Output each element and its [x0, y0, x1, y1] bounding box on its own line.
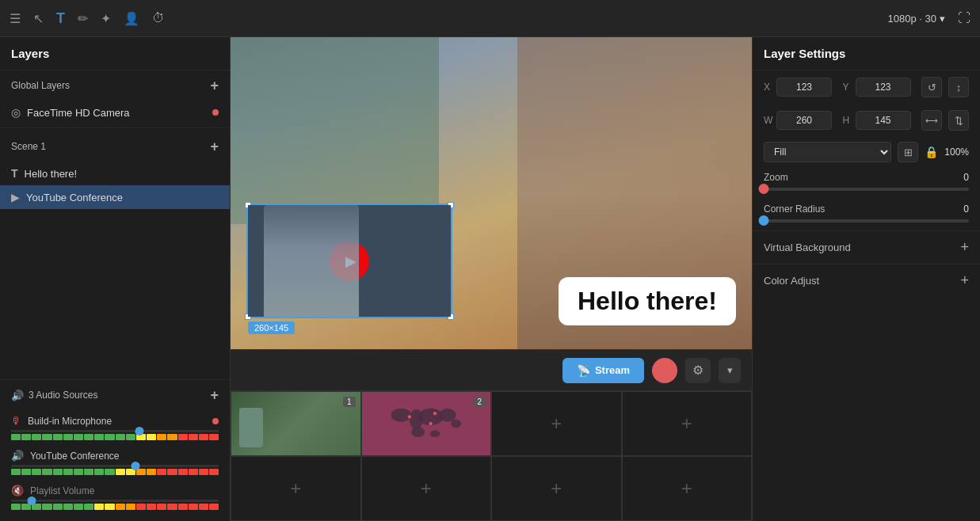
stream-button[interactable]: 📡 Stream: [562, 358, 644, 383]
meter-bar: [84, 469, 93, 475]
youtube-audio-slider[interactable]: [11, 465, 219, 467]
meter-bar: [11, 504, 21, 510]
color-adjust-row[interactable]: Color Adjust +: [753, 264, 980, 297]
wh-row: W H ⟷ ⇅: [753, 104, 980, 137]
meter-bar: [32, 434, 41, 440]
add-scene-icon-6: +: [421, 477, 432, 500]
zoom-slider-track[interactable]: [764, 188, 969, 191]
svg-point-6: [411, 427, 425, 437]
scene-cell-2[interactable]: 2: [361, 391, 492, 456]
scene-map: [368, 398, 485, 449]
buildin-mic-thumb[interactable]: [135, 427, 144, 435]
w-label: W: [764, 115, 773, 126]
swap-position-button[interactable]: ↕: [948, 77, 969, 97]
meter-bar: [105, 504, 114, 510]
scene-cell-3[interactable]: +: [491, 391, 622, 456]
virtual-background-row[interactable]: Virtual Background +: [753, 230, 980, 264]
expand-button[interactable]: ▾: [719, 358, 741, 383]
mic-active-dot: [212, 418, 219, 424]
add-audio-source-button[interactable]: +: [210, 388, 219, 402]
toolbar: ☰ ↖ T ✏ ✦ 👤 ⏱ 1080p · 30 ▾ ⛶: [0, 0, 980, 37]
meter-bar: [53, 469, 63, 475]
meter-bar: [116, 469, 125, 475]
text-tool-icon[interactable]: T: [56, 10, 65, 27]
scene-cell-6[interactable]: +: [361, 456, 492, 521]
meter-bar: [199, 434, 208, 440]
person-icon[interactable]: 👤: [124, 11, 139, 26]
add-scene-layer-button[interactable]: +: [210, 139, 219, 154]
corner-radius-slider-track[interactable]: [764, 219, 969, 222]
youtube-conference-layer-item[interactable]: ▶ YouTube Conference: [0, 185, 230, 209]
reset-position-button[interactable]: ↺: [921, 77, 942, 97]
meter-bar: [167, 469, 177, 475]
zoom-label-row: Zoom 0: [764, 172, 969, 183]
settings-button[interactable]: ⚙: [685, 358, 711, 383]
record-button[interactable]: [652, 358, 677, 383]
right-panel: Layer Settings X Y ↺ ↕ W H ⟷: [752, 37, 980, 521]
meter-bar: [167, 434, 177, 440]
playlist-volume-slider[interactable]: [11, 500, 219, 502]
hello-there-layer-item[interactable]: T Hello there!: [0, 162, 230, 185]
bottom-bar: 📡 Stream ⚙ ▾: [231, 349, 752, 390]
buildin-mic-slider[interactable]: [11, 430, 219, 432]
corner-radius-value: 0: [963, 203, 969, 215]
youtube-audio-item: 🔊 YouTube Conference: [0, 445, 230, 480]
audio-sources-label: 3 Audio Sources: [29, 390, 97, 401]
add-scene-icon-3: +: [551, 413, 562, 435]
w-input[interactable]: [776, 111, 832, 130]
h-input[interactable]: [856, 111, 911, 130]
buildin-mic-name: Build-in Microphone: [28, 416, 206, 427]
color-adjust-label: Color Adjust: [764, 275, 819, 287]
zoom-label: Zoom: [764, 172, 788, 183]
meter-bar: [147, 469, 156, 475]
hello-text-overlay: Hello there!: [559, 277, 736, 325]
menu-icon[interactable]: ☰: [10, 11, 21, 26]
playlist-meter: [11, 504, 219, 510]
corner-radius-slider-thumb[interactable]: [759, 215, 769, 226]
scene-cell-8[interactable]: +: [622, 456, 753, 521]
y-input[interactable]: [856, 78, 911, 97]
meter-bar: [11, 434, 21, 440]
x-input[interactable]: [776, 78, 832, 97]
meter-bar: [63, 504, 73, 510]
fill-options-icon[interactable]: ⊞: [898, 142, 918, 162]
resolution-selector[interactable]: 1080p · 30 ▾: [888, 13, 945, 25]
color-adjust-add-icon[interactable]: +: [960, 272, 969, 289]
facetime-layer-item[interactable]: ◎ FaceTime HD Camera: [0, 101, 230, 124]
scene-cell-5[interactable]: +: [231, 456, 361, 521]
cursor-icon[interactable]: ↖: [33, 11, 44, 26]
timer-icon[interactable]: ⏱: [152, 11, 165, 25]
global-layers-label: Global Layers: [11, 80, 70, 91]
y-label: Y: [843, 82, 852, 93]
meter-bar: [84, 504, 93, 510]
pen-icon[interactable]: ✏: [78, 11, 88, 26]
meter-bar: [94, 434, 104, 440]
scene-cell-1[interactable]: 1: [231, 391, 361, 456]
meter-bar: [199, 469, 208, 475]
mic-icon: 🎙: [11, 415, 21, 427]
fullscreen-icon[interactable]: ⛶: [958, 11, 970, 25]
scene-cell-4[interactable]: +: [622, 391, 753, 456]
y-field: Y: [843, 78, 916, 97]
virtual-background-add-icon[interactable]: +: [960, 239, 969, 256]
meter-bar: [189, 504, 198, 510]
magic-icon[interactable]: ✦: [101, 11, 111, 26]
playlist-volume-thumb[interactable]: [28, 496, 36, 505]
zoom-slider-thumb[interactable]: [759, 184, 769, 194]
corner-radius-label-row: Corner Radius 0: [764, 203, 969, 215]
pip-window[interactable]: 260×145: [246, 203, 452, 318]
hello-text: Hello there!: [578, 287, 717, 315]
size-options-button[interactable]: ⇅: [948, 110, 969, 131]
scene-cell-7[interactable]: +: [491, 456, 622, 521]
add-global-layer-button[interactable]: +: [210, 78, 219, 93]
meter-bar: [105, 434, 114, 440]
youtube-audio-thumb[interactable]: [132, 462, 140, 470]
gear-icon: ⚙: [692, 363, 704, 378]
lock-aspect-button[interactable]: ⟷: [921, 110, 942, 131]
muted-speaker-icon: 🔇: [11, 485, 24, 496]
left-panel: Layers Global Layers + ◎ FaceTime HD Cam…: [0, 37, 231, 521]
fill-select[interactable]: Fill: [764, 142, 891, 162]
meter-bar: [42, 434, 51, 440]
buildin-mic-audio-item: 🎙 Build-in Microphone: [0, 410, 230, 445]
facetime-active-dot: [212, 109, 219, 116]
